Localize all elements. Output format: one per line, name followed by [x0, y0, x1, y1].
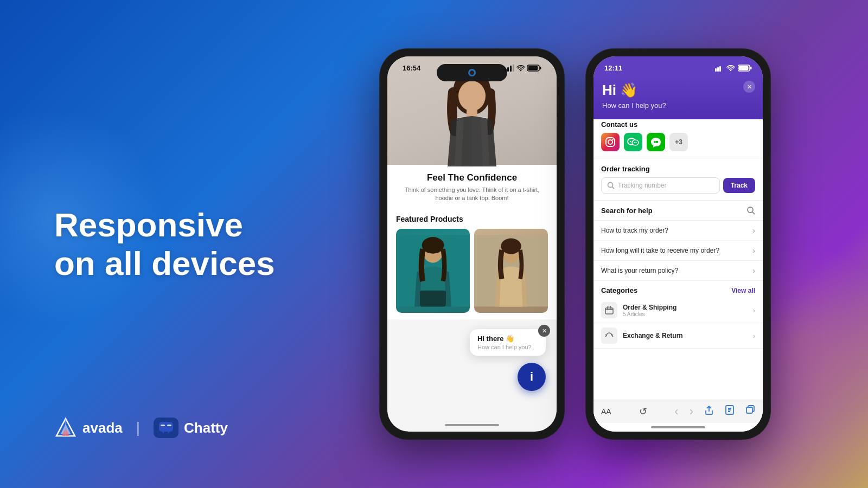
category-item-order-shipping[interactable]: Order & Shipping 5 Articles › — [593, 298, 763, 323]
svg-line-48 — [752, 212, 755, 214]
svg-point-47 — [748, 207, 753, 213]
phone-status-bar-left: 16:54 — [387, 64, 557, 72]
chat-bubble-title: Hi there 👋 — [477, 335, 538, 343]
category-name-1: Order & Shipping — [623, 304, 676, 311]
brand-divider: | — [136, 419, 140, 436]
browser-tabs-icon[interactable] — [745, 404, 755, 419]
faq-item-2[interactable]: How long will it take to receive my orde… — [593, 241, 763, 261]
svg-point-34 — [612, 139, 613, 140]
browser-bookmarks-icon[interactable] — [725, 404, 735, 419]
hero-line2: on all devices — [54, 245, 275, 282]
chat-close-button[interactable]: ✕ — [743, 81, 755, 93]
order-tracking-card: Order tracking Tracking number Track — [593, 158, 763, 201]
svg-rect-41 — [654, 141, 655, 143]
faq-chevron-2: › — [752, 246, 755, 255]
category-left-2: Exchange & Return — [601, 328, 683, 344]
phone-right: 12:11 — [586, 49, 770, 439]
tracking-row: Tracking number Track — [601, 177, 755, 194]
contact-us-title: Contact us — [601, 120, 755, 129]
home-indicator-right — [651, 426, 705, 428]
chatty-icon — [154, 418, 178, 438]
view-all-link[interactable]: View all — [731, 287, 755, 294]
browser-reload-icon[interactable]: ↺ — [639, 406, 647, 418]
chat-greeting: Hi 👋 — [602, 82, 754, 99]
home-indicator-left — [445, 424, 499, 426]
category-text-1: Order & Shipping 5 Articles — [623, 304, 676, 317]
svg-rect-14 — [528, 66, 538, 70]
svg-rect-30 — [739, 66, 749, 70]
svg-rect-11 — [510, 66, 512, 72]
category-sub-1: 5 Articles — [623, 311, 676, 317]
svg-line-46 — [612, 187, 615, 189]
brand-logos: avada | Chatty — [54, 416, 228, 439]
track-button[interactable]: Track — [723, 178, 755, 193]
search-help-label: Search for help — [601, 207, 653, 215]
browser-aa-label[interactable]: AA — [601, 407, 611, 416]
faq-item-3[interactable]: What is your return policy? › — [593, 261, 763, 281]
svg-rect-6 — [167, 425, 171, 426]
status-icons-right — [715, 65, 752, 72]
browser-forward-icon[interactable]: › — [690, 404, 693, 419]
category-icon-box-2 — [601, 328, 617, 344]
instagram-icon[interactable] — [601, 133, 620, 151]
svg-rect-15 — [540, 67, 541, 69]
more-social-icon[interactable]: +3 — [669, 133, 688, 151]
svg-rect-5 — [161, 425, 165, 426]
faq-item-1[interactable]: How to track my order? › — [593, 221, 763, 241]
svg-rect-43 — [657, 141, 658, 143]
browser-bar: AA ↺ ‹ › — [593, 400, 763, 423]
svg-point-38 — [632, 141, 633, 142]
category-chevron-1: › — [753, 306, 755, 314]
home-indicator-right-container — [593, 423, 763, 432]
search-help-icon — [746, 206, 755, 215]
svg-rect-44 — [655, 142, 657, 143]
faq-text-1: How to track my order? — [601, 227, 668, 234]
tracking-input[interactable]: Tracking number — [601, 177, 720, 194]
svg-point-17 — [458, 81, 486, 111]
category-item-exchange-return[interactable]: Exchange & Return › — [593, 323, 763, 349]
chat-body: Contact us — [593, 114, 763, 432]
category-chevron-2: › — [753, 332, 755, 340]
phone-left: 16:54 — [380, 49, 564, 439]
chat-close-icon: ✕ — [747, 84, 752, 91]
svg-marker-7 — [162, 432, 164, 434]
chat-bubble-close[interactable]: ✕ — [538, 325, 550, 337]
order-tracking-title: Order tracking — [601, 165, 755, 173]
chat-fab-icon: i — [530, 370, 533, 384]
svg-point-37 — [630, 141, 631, 142]
svg-rect-28 — [719, 66, 721, 72]
product-card-2[interactable] — [474, 229, 548, 313]
chat-fab-button[interactable]: i — [518, 363, 546, 391]
svg-rect-49 — [605, 308, 613, 314]
product-card-1[interactable] — [396, 229, 470, 313]
browser-share-icon[interactable] — [704, 404, 714, 419]
browser-back-icon[interactable]: ‹ — [674, 404, 678, 419]
faq-chevron-1: › — [752, 226, 755, 235]
chat-subtitle: How can I help you? — [602, 101, 754, 110]
faq-text-2: How long will it take to receive my orde… — [601, 247, 719, 254]
more-label: +3 — [675, 138, 682, 146]
svg-point-40 — [635, 142, 636, 143]
search-help-row[interactable]: Search for help — [593, 201, 763, 221]
svg-rect-27 — [717, 67, 719, 72]
wechat-icon[interactable] — [624, 133, 642, 151]
svg-point-39 — [634, 142, 635, 143]
svg-rect-21 — [420, 290, 446, 306]
svg-point-33 — [608, 140, 612, 144]
product-grid — [396, 229, 548, 313]
svg-rect-26 — [715, 68, 717, 72]
faq-text-3: What is your return policy? — [601, 267, 678, 274]
line-icon[interactable] — [647, 133, 665, 151]
svg-rect-9 — [505, 68, 506, 72]
category-left-1: Order & Shipping 5 Articles — [601, 302, 676, 318]
categories-row: Categories View all — [593, 281, 763, 298]
faq-chevron-3: › — [752, 266, 755, 275]
chatty-label: Chatty — [184, 420, 228, 436]
featured-title: Featured Products — [396, 215, 548, 223]
contact-us-card: Contact us — [593, 114, 763, 158]
brand-chatty: Chatty — [154, 418, 228, 438]
chat-header: ✕ Hi 👋 How can I help you? — [593, 75, 763, 119]
category-name-2: Exchange & Return — [623, 332, 683, 339]
svg-rect-31 — [750, 67, 752, 69]
brand-avada: avada — [54, 416, 123, 439]
